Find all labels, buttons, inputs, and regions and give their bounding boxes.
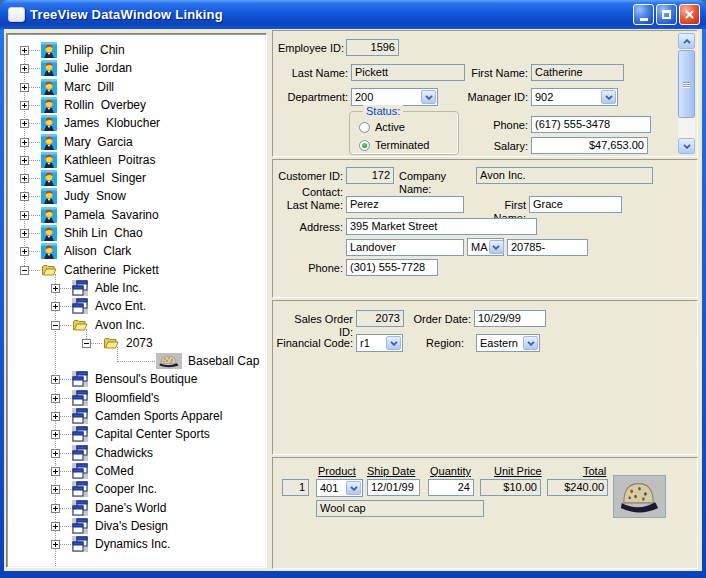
expand-button[interactable] [51,449,60,458]
status-radio-terminated[interactable]: Terminated [359,139,429,151]
company-icon [72,481,88,497]
employee-firstname-field[interactable]: Catherine [531,64,624,81]
address-field[interactable]: 395 Market Street [346,218,537,235]
expand-button[interactable] [20,64,29,73]
collapse-button[interactable] [82,339,91,348]
tree-item[interactable]: Samuel Singer [9,169,264,188]
tree-item[interactable]: Dane's World [9,499,264,518]
maximize-button[interactable] [656,4,677,25]
customer-phone-field[interactable]: (301) 555-7728 [346,259,438,276]
department-select[interactable]: 200 [351,88,438,106]
tree-item[interactable]: Marc Dill [9,78,264,97]
state-select[interactable]: MA [467,238,504,256]
tree-item[interactable]: Philip Chin [9,41,264,60]
quantity-field[interactable]: 24 [428,479,474,496]
manager-id-select[interactable]: 902 [531,88,618,106]
chevron-down-icon[interactable] [346,481,361,495]
tree-item[interactable]: Capital Center Sports [9,425,264,444]
expand-button[interactable] [51,485,60,494]
tree-view[interactable]: Philip Chin Julie Jordan Marc Dill Rolli… [6,33,267,568]
expand-button[interactable] [51,302,60,311]
tree-item[interactable]: James Klobucher [9,114,264,133]
zip-field[interactable]: 20785- [507,239,588,256]
tree-item[interactable]: Camden Sports Apparel [9,407,264,426]
expand-button[interactable] [51,540,60,549]
tree-item[interactable]: Judy Snow [9,187,264,206]
tree-item[interactable]: Alison Clark [9,242,264,261]
scroll-down-button[interactable] [678,138,695,154]
expand-button[interactable] [20,46,29,55]
tree-item[interactable]: Cooper Inc. [9,480,264,499]
tree-item[interactable]: 2073 [9,334,264,353]
expand-button[interactable] [51,430,60,439]
order-date-field[interactable]: 10/29/99 [474,310,546,327]
chevron-down-icon[interactable] [601,90,616,104]
tree-item-label: Mary Garcia [64,133,133,151]
expand-button[interactable] [20,229,29,238]
expand-button[interactable] [20,211,29,220]
tree-item[interactable]: Rollin Overbey [9,96,264,115]
tree-item[interactable]: Mary Garcia [9,133,264,152]
expand-button[interactable] [20,174,29,183]
collapse-button[interactable] [20,266,29,275]
financial-code-select[interactable]: r1 [356,334,403,352]
tree-item[interactable]: Shih Lin Chao [9,224,264,243]
company-icon [72,463,88,479]
employee-phone-field[interactable]: (617) 555-3478 [531,116,651,133]
tree-item[interactable]: Dynamics Inc. [9,535,264,554]
person-icon [41,207,57,223]
product-select[interactable]: 401 [316,479,363,497]
tree-item[interactable]: CoMed [9,462,264,481]
employee-salary-field[interactable]: $47,653.00 [531,137,648,154]
tree-item[interactable]: Bloomfield's [9,389,264,408]
expand-button[interactable] [51,394,60,403]
scrollbar-thumb[interactable] [678,50,695,118]
expand-button[interactable] [20,119,29,128]
contact-firstname-field[interactable]: Grace [529,196,622,213]
city-field[interactable]: Landover [346,239,464,256]
expand-button[interactable] [51,412,60,421]
expand-button[interactable] [20,101,29,110]
tree-item[interactable]: Chadwicks [9,444,264,463]
expand-button[interactable] [20,192,29,201]
tree-item-label: Julie Jordan [64,59,132,77]
tree-item-label: Catherine Pickett [64,261,159,279]
tree-item[interactable]: Avco Ent. [9,297,264,316]
chevron-down-icon[interactable] [421,90,436,104]
contact-lastname-field[interactable]: Perez [346,196,464,213]
close-button[interactable] [679,4,700,25]
tree-item[interactable]: Bensoul's Boutique [9,370,264,389]
expand-button[interactable] [51,467,60,476]
expand-button[interactable] [51,284,60,293]
tree-item[interactable]: Catherine Pickett [9,261,264,280]
expand-button[interactable] [20,156,29,165]
tree-item-label: Kathleen Poitras [64,151,155,169]
region-select[interactable]: Eastern [476,334,540,352]
expand-button[interactable] [51,522,60,531]
ship-date-field[interactable]: 12/01/99 [367,479,420,496]
tree-item[interactable]: Julie Jordan [9,59,264,78]
employee-lastname-field[interactable]: Pickett [351,64,465,81]
chevron-down-icon[interactable] [386,336,401,350]
tree-item[interactable]: Baseball Cap [9,352,264,371]
expand-button[interactable] [20,247,29,256]
scroll-up-button[interactable] [678,33,695,49]
expand-button[interactable] [20,83,29,92]
tree-item[interactable]: Avon Inc. [9,316,264,335]
tree-item[interactable]: Kathleen Poitras [9,151,264,170]
chevron-down-icon[interactable] [489,240,504,254]
title-bar[interactable]: TreeView DataWindow Linking [0,0,706,29]
company-icon [72,390,88,406]
tree-item[interactable]: Diva's Design [9,517,264,536]
minimize-button[interactable] [633,4,654,25]
expand-button[interactable] [20,138,29,147]
tree-item[interactable]: Pamela Savarino [9,206,264,225]
expand-button[interactable] [51,504,60,513]
chevron-down-icon[interactable] [523,336,538,350]
description-field[interactable]: Wool cap [316,500,484,517]
collapse-button[interactable] [51,321,60,330]
tree-item[interactable]: Able Inc. [9,279,264,298]
expand-button[interactable] [51,375,60,384]
status-radio-active[interactable]: Active [359,121,405,133]
employee-scrollbar[interactable] [678,33,695,154]
